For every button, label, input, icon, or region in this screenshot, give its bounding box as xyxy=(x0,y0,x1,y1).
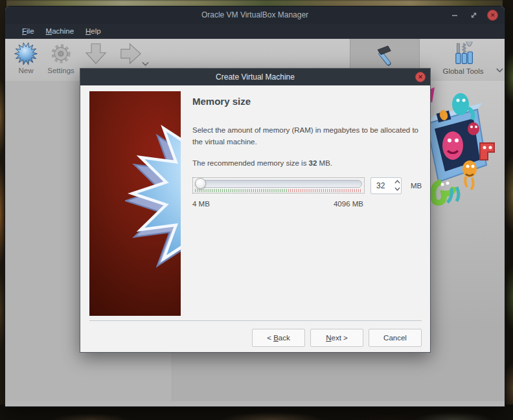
window-controls: ✕ xyxy=(450,6,498,24)
slider-handle[interactable] xyxy=(195,178,206,189)
menu-machine[interactable]: Machine xyxy=(40,24,80,39)
spin-down-button[interactable] xyxy=(394,186,401,193)
cancel-button[interactable]: Cancel xyxy=(369,329,422,347)
window-title: Oracle VM VirtualBox Manager xyxy=(5,6,505,24)
global-tools-button[interactable]: Global Tools xyxy=(431,39,495,81)
slider-ticks-safe xyxy=(195,189,288,192)
minimize-button[interactable] xyxy=(450,10,460,21)
new-vm-button[interactable]: New xyxy=(8,39,43,81)
status-strip xyxy=(5,401,505,406)
dialog-close-button[interactable]: ✕ xyxy=(415,72,426,82)
memory-input[interactable] xyxy=(371,178,394,193)
global-tools-chevron-icon[interactable] xyxy=(496,67,504,74)
menu-help[interactable]: Help xyxy=(80,24,107,39)
maximize-button[interactable] xyxy=(468,10,479,21)
window-titlebar: Oracle VM VirtualBox Manager ✕ xyxy=(5,6,505,24)
minimize-icon xyxy=(451,12,458,19)
create-vm-dialog: Create Virtual Machine ✕ Memory size Sel… xyxy=(80,68,431,353)
settings-gear-icon xyxy=(49,41,73,66)
new-label: New xyxy=(18,67,33,74)
slider-tick-marks xyxy=(195,189,362,192)
global-tools-icon xyxy=(450,41,476,66)
chevron-up-icon xyxy=(394,180,400,184)
global-tools-label: Global Tools xyxy=(442,67,483,75)
menu-bar: File Machine Help xyxy=(5,24,505,39)
show-arrow-icon xyxy=(119,41,143,66)
wizard-image-panel xyxy=(89,91,181,316)
dialog-titlebar: Create Virtual Machine ✕ xyxy=(80,69,430,85)
slider-range-labels: 4 MB 4096 MB xyxy=(192,200,363,208)
memory-slider-row: MB xyxy=(192,177,428,194)
starburst-image xyxy=(125,103,181,284)
unit-label: MB xyxy=(411,182,422,190)
next-button[interactable]: Next > xyxy=(310,329,363,347)
wizard-buttons: < Back Next > Cancel xyxy=(252,329,422,347)
slider-min-label: 4 MB xyxy=(192,200,210,208)
chevron-down-icon xyxy=(394,187,400,191)
dialog-title: Create Virtual Machine xyxy=(80,69,430,85)
spin-up-button[interactable] xyxy=(394,179,401,186)
wallpaper-bottom-strip xyxy=(0,404,513,420)
recommended-value: 32 xyxy=(309,159,317,167)
back-button[interactable]: < Back xyxy=(252,329,305,347)
settings-button[interactable]: Settings xyxy=(43,39,78,81)
buttons-separator xyxy=(89,320,422,321)
wizard-content: Memory size Select the amount of memory … xyxy=(192,91,428,208)
window-close-button[interactable]: ✕ xyxy=(487,10,498,21)
memory-spinbox xyxy=(370,177,402,194)
dialog-close-icon: ✕ xyxy=(418,74,423,80)
slider-ticks-unsafe xyxy=(288,189,362,192)
show-dropdown-chevron-icon xyxy=(141,61,150,67)
maximize-icon xyxy=(470,12,477,19)
spin-buttons xyxy=(394,178,401,193)
hammer-icon xyxy=(371,43,398,70)
slider-track[interactable] xyxy=(195,180,362,188)
settings-label: Settings xyxy=(47,67,74,74)
close-icon: ✕ xyxy=(490,13,495,18)
menu-file[interactable]: File xyxy=(16,24,40,39)
new-starburst-icon xyxy=(14,41,38,66)
page-title: Memory size xyxy=(192,96,428,107)
slider-max-label: 4096 MB xyxy=(334,200,363,208)
memory-slider[interactable] xyxy=(192,177,365,193)
memory-recommendation: The recommended memory size is 32 MB. xyxy=(192,159,428,167)
memory-description: Select the amount of memory (RAM) in meg… xyxy=(192,124,426,148)
discard-arrow-icon xyxy=(84,41,108,66)
